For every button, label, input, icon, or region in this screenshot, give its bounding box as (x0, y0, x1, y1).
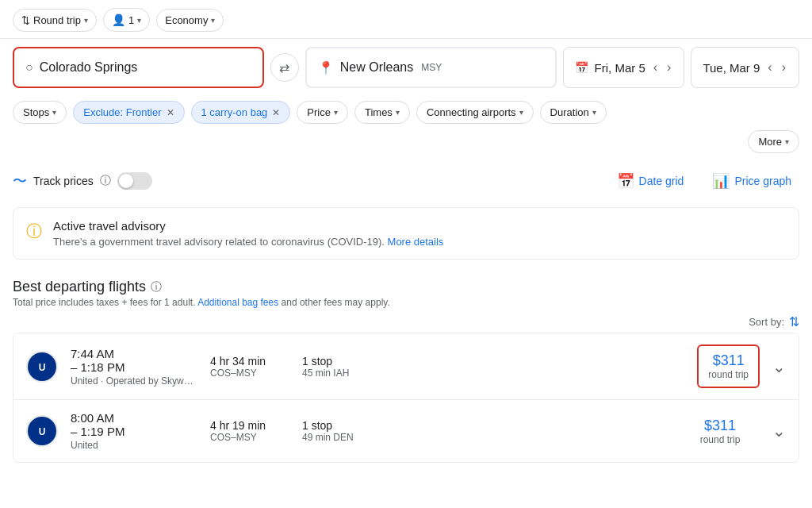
return-next[interactable]: › (780, 60, 787, 75)
flight-price-highlighted: $311 round trip (697, 344, 760, 388)
flight-airline: United (71, 440, 197, 451)
advisory-title: Active travel advisory (53, 219, 443, 233)
sort-label: Sort by: (749, 316, 784, 328)
flight-arrive-time: 1:19 PM (81, 425, 125, 438)
flight-price-label: round trip (708, 369, 749, 380)
destination-field[interactable]: 📍 New Orleans MSY (305, 47, 557, 88)
round-trip-button[interactable]: ⇅ Round trip ▾ (13, 9, 97, 32)
depart-next[interactable]: › (665, 60, 672, 75)
depart-date-field[interactable]: 📅 Fri, Mar 5 ‹ › (563, 47, 685, 88)
price-graph-button[interactable]: 📊 Price graph (704, 167, 799, 194)
connecting-airports-filter[interactable]: Connecting airports ▾ (416, 101, 534, 124)
times-filter[interactable]: Times ▾ (354, 101, 410, 124)
expand-icon[interactable]: ⌄ (772, 357, 786, 376)
table-row[interactable]: U 8:00 AM – 1:19 PM United 4 hr 19 min C… (13, 400, 799, 462)
track-prices-label: Track prices (33, 175, 94, 187)
flight-stop-count: 1 stop (302, 419, 381, 432)
round-trip-chevron: ▾ (84, 16, 88, 25)
flight-price-label: round trip (680, 434, 760, 445)
more-button[interactable]: More ▾ (748, 130, 799, 153)
bag-close-icon[interactable]: ✕ (272, 107, 280, 118)
flight-time: 7:44 AM (71, 347, 197, 360)
origin-text: Colorado Springs (40, 60, 138, 75)
origin-field[interactable]: ○ Colorado Springs (13, 47, 264, 88)
airline-logo: U (26, 351, 58, 383)
flight-dur-route: COS–MSY (210, 432, 289, 443)
times-label: Times (365, 106, 393, 118)
round-trip-label: Round trip (33, 14, 81, 26)
search-row: ○ Colorado Springs ⇄ 📍 New Orleans MSY 📅… (0, 39, 812, 96)
swap-icon: ⇄ (279, 60, 289, 75)
flight-stops: 1 stop 45 min IAH (302, 355, 381, 379)
cabin-chevron: ▾ (211, 16, 215, 25)
flight-dur-time: 4 hr 34 min (210, 355, 289, 368)
calendar-icon: 📅 (575, 61, 588, 74)
swap-button[interactable]: ⇄ (270, 53, 299, 82)
sort-icon[interactable]: ⇅ (789, 314, 799, 329)
return-date-text: Tue, Mar 9 (703, 61, 760, 75)
flight-times: 8:00 AM – 1:19 PM United (71, 411, 197, 451)
date-grid-button[interactable]: 📅 Date grid (609, 167, 692, 194)
passengers-button[interactable]: 👤 1 ▾ (103, 8, 150, 32)
track-prices-right: 📅 Date grid 📊 Price graph (609, 167, 799, 194)
section-title: Best departing flights ⓘ (13, 279, 799, 295)
advisory-text-content: There's a government travel advisory rel… (53, 236, 385, 248)
price-graph-label: Price graph (734, 175, 791, 187)
cabin-label: Economy (165, 14, 208, 26)
airline-logo: U (26, 415, 58, 447)
connecting-chevron: ▾ (519, 108, 523, 117)
subtitle-text: Total price includes taxes + fees for 1 … (13, 297, 195, 308)
svg-text:U: U (39, 426, 46, 437)
flight-stop-detail: 49 min DEN (302, 432, 381, 443)
cabin-button[interactable]: Economy ▾ (156, 9, 224, 32)
advisory-icon: ⓘ (26, 221, 42, 242)
depart-prev[interactable]: ‹ (652, 60, 659, 75)
section-info-icon[interactable]: ⓘ (151, 280, 162, 294)
more-label: More (758, 136, 782, 148)
price-filter[interactable]: Price ▾ (297, 101, 348, 124)
price-graph-icon: 📊 (712, 172, 730, 190)
flight-stop-count: 1 stop (302, 355, 381, 368)
bag-label: 1 carry-on bag (201, 106, 268, 118)
stops-filter[interactable]: Stops ▾ (13, 101, 67, 124)
depart-date-text: Fri, Mar 5 (595, 61, 645, 75)
section-subtitle: Total price includes taxes + fees for 1 … (13, 297, 799, 308)
flight-price-amount: $311 (708, 352, 749, 369)
destination-icon: 📍 (318, 60, 334, 75)
destination-code: MSY (421, 62, 442, 73)
flight-list: U 7:44 AM – 1:18 PM United · Operated by… (13, 333, 799, 463)
track-prices-toggle[interactable] (117, 172, 152, 190)
exclude-label: Exclude: Frontier (83, 106, 161, 118)
track-prices-info-icon[interactable]: ⓘ (100, 174, 111, 188)
carry-on-filter[interactable]: 1 carry-on bag ✕ (191, 101, 291, 124)
advisory-text: There's a government travel advisory rel… (53, 236, 443, 248)
duration-label: Duration (550, 106, 589, 118)
duration-filter[interactable]: Duration ▾ (540, 101, 607, 124)
advisory-content: Active travel advisory There's a governm… (53, 219, 443, 248)
exclude-close-icon[interactable]: ✕ (167, 107, 174, 118)
track-row: 〜 Track prices ⓘ 📅 Date grid 📊 Price gra… (0, 158, 812, 201)
return-prev[interactable]: ‹ (766, 60, 773, 75)
times-chevron: ▾ (396, 108, 400, 117)
return-date-field[interactable]: Tue, Mar 9 ‹ › (691, 47, 799, 88)
flight-dur-time: 4 hr 19 min (210, 419, 289, 432)
more-chevron: ▾ (785, 137, 789, 146)
travel-advisory: ⓘ Active travel advisory There's a gover… (13, 207, 799, 260)
section-header: Best departing flights ⓘ Total price inc… (0, 266, 812, 311)
passengers-chevron: ▾ (137, 16, 141, 25)
toggle-knob (119, 174, 133, 188)
table-row[interactable]: U 7:44 AM – 1:18 PM United · Operated by… (13, 333, 799, 400)
svg-text:U: U (39, 362, 46, 373)
exclude-frontier-filter[interactable]: Exclude: Frontier ✕ (73, 101, 184, 124)
flight-stops: 1 stop 49 min DEN (302, 419, 381, 443)
flight-time: 8:00 AM (71, 411, 197, 425)
person-icon: 👤 (112, 13, 125, 26)
advisory-more-details-link[interactable]: More details (388, 236, 444, 248)
destination-text: New Orleans (340, 60, 413, 75)
bag-fees-link[interactable]: Additional bag fees (197, 297, 278, 308)
track-prices-icon: 〜 (13, 171, 27, 190)
price-label: Price (307, 106, 331, 118)
more-row: More ▾ (0, 129, 812, 158)
expand-icon[interactable]: ⌄ (772, 421, 786, 441)
flight-duration: 4 hr 34 min COS–MSY (210, 355, 289, 379)
